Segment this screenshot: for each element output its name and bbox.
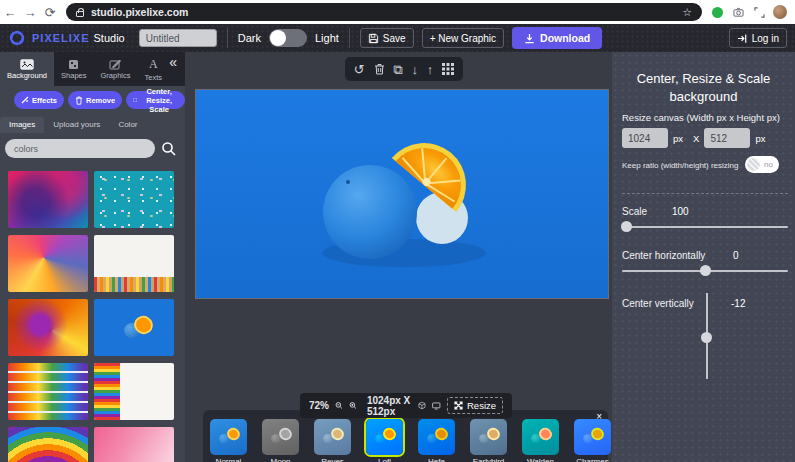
scale-label: Scale <box>622 206 647 217</box>
background-subtabs: Images Upload yours Color <box>0 117 185 133</box>
center-horizontally-thumb[interactable] <box>700 265 711 276</box>
tab-background[interactable]: Background <box>0 52 54 86</box>
scale-slider[interactable] <box>622 226 788 228</box>
panel-title: Center, Resize & Scale background <box>612 70 795 105</box>
new-graphic-button[interactable]: + New Graphic <box>422 28 504 48</box>
canvas-width-input[interactable] <box>622 128 668 148</box>
collapse-sidebar-icon[interactable]: « <box>169 52 185 86</box>
dark-mode-label: Dark <box>238 32 261 44</box>
scale-slider-thumb[interactable] <box>621 221 632 232</box>
image-thumbnail-rainbow-arcs[interactable] <box>8 427 88 462</box>
bookmark-star-icon[interactable]: ☆ <box>682 6 692 19</box>
browser-back-icon[interactable]: ← <box>0 5 20 20</box>
filter-normal[interactable]: Normal <box>210 419 247 462</box>
filter-charmes[interactable]: Charmes <box>574 419 611 462</box>
lock-icon <box>76 11 84 17</box>
move-up-icon[interactable]: ↑ <box>427 63 434 76</box>
undo-icon[interactable]: ↺ <box>354 63 365 76</box>
center-horizontally-label: Center horizontally <box>622 250 705 261</box>
image-thumbnail-colorful-abstract[interactable] <box>8 235 88 292</box>
px-label: px <box>755 133 765 144</box>
browser-profile-avatar[interactable] <box>773 5 787 19</box>
center-vertically-value: -12 <box>731 298 745 309</box>
monitor-icon[interactable] <box>432 400 441 412</box>
zoom-level: 72% <box>309 400 329 411</box>
pixelixe-studio-app: ← → ⟳ studio.pixelixe.com ☆ PIXELIXE Stu… <box>0 0 795 462</box>
left-sidebar: Background Shapes Graphics A Texts « Eff… <box>0 52 185 462</box>
center-resize-scale-panel: Center, Resize & Scale background Resize… <box>612 52 795 462</box>
delete-icon[interactable] <box>374 63 385 75</box>
design-canvas[interactable] <box>196 90 608 298</box>
center-vertically-label: Center vertically <box>622 298 694 309</box>
image-thumbnail-pencils-row[interactable] <box>94 363 174 420</box>
shapes-icon <box>68 59 79 70</box>
subtab-upload-yours[interactable]: Upload yours <box>44 117 109 133</box>
image-thumbnail-pink-watercolor[interactable] <box>94 427 174 462</box>
header-divider <box>227 28 228 48</box>
keep-ratio-value: no <box>764 160 773 169</box>
sidebar-tabs: Background Shapes Graphics A Texts « <box>0 52 185 86</box>
camera-extension-icon[interactable] <box>733 7 744 18</box>
image-search-row <box>5 139 180 158</box>
browser-refresh-icon[interactable]: ⟳ <box>40 5 60 20</box>
move-down-icon[interactable]: ↓ <box>412 63 419 76</box>
center-vertically-thumb[interactable] <box>701 332 712 343</box>
browser-forward-icon[interactable]: → <box>20 5 40 20</box>
remove-button[interactable]: Remove <box>68 91 122 109</box>
canvas-height-input[interactable] <box>704 128 750 148</box>
login-arrow-icon <box>737 33 748 44</box>
expand-arrows-icon <box>133 96 137 104</box>
resize-button[interactable]: Resize <box>447 397 503 414</box>
image-results-grid <box>8 171 177 462</box>
filter-reyes[interactable]: Reyes <box>314 419 351 462</box>
image-thumbnail-autumn-leaves[interactable] <box>8 299 88 356</box>
center-resize-scale-button[interactable]: Center, Resize, Scale <box>126 91 185 109</box>
image-thumbnail-pencil-tips[interactable] <box>94 235 174 292</box>
image-thumbnail-teal-glitter[interactable] <box>94 171 174 228</box>
keep-ratio-label: Keep ratio (width/height) resizing <box>622 161 739 170</box>
center-horizontally-slider[interactable] <box>622 270 788 272</box>
background-image-icon <box>20 59 34 70</box>
px-label: px <box>673 133 683 144</box>
login-button[interactable]: Log in <box>729 28 787 48</box>
keep-ratio-toggle[interactable]: no <box>745 156 779 173</box>
center-vertically-slider[interactable] <box>706 293 708 379</box>
subtab-images[interactable]: Images <box>0 117 44 133</box>
address-bar[interactable]: studio.pixelixe.com ☆ <box>66 3 702 21</box>
brand-suffix: Studio <box>94 32 125 44</box>
tab-shapes[interactable]: Shapes <box>54 52 93 86</box>
image-thumbnail-abstract-smoke[interactable] <box>8 171 88 228</box>
pixelixe-logo-icon <box>8 29 26 47</box>
tab-texts[interactable]: A Texts <box>137 52 169 86</box>
save-button[interactable]: Save <box>360 28 414 48</box>
effects-button[interactable]: Effects <box>14 91 64 109</box>
extension-green-icon[interactable] <box>712 7 723 18</box>
x-separator: X <box>693 133 699 144</box>
cube-3d-icon[interactable] <box>418 399 426 412</box>
canvas-size-inputs: px X px <box>622 128 770 148</box>
grid-icon[interactable] <box>442 63 454 75</box>
filter-hefe[interactable]: Hefe <box>418 419 455 462</box>
url-text: studio.pixelixe.com <box>91 6 682 18</box>
download-button[interactable]: Download <box>512 27 602 49</box>
theme-toggle[interactable] <box>269 29 307 47</box>
theme-toggle-knob <box>270 30 286 46</box>
subtab-color[interactable]: Color <box>109 117 146 133</box>
tab-graphics[interactable]: Graphics <box>93 52 137 86</box>
resize-canvas-label: Resize canvas (Width px x Height px) <box>622 112 780 123</box>
filter-walden[interactable]: Walden <box>522 419 559 462</box>
document-title-input[interactable] <box>139 29 217 47</box>
filter-earlybird[interactable]: Earlybird <box>470 419 507 462</box>
header-divider <box>349 28 350 48</box>
screenshot-extension-icon[interactable] <box>754 7 765 18</box>
zoom-in-icon[interactable] <box>349 399 357 412</box>
search-icon[interactable] <box>161 141 177 157</box>
keep-ratio-knob <box>747 158 760 171</box>
image-search-input[interactable] <box>5 139 155 158</box>
image-thumbnail-blue-orange[interactable] <box>94 299 174 356</box>
duplicate-icon[interactable]: ⧉ <box>393 63 402 76</box>
zoom-out-icon[interactable] <box>335 399 343 412</box>
filter-lofi-selected[interactable]: Lofi <box>366 419 403 462</box>
filter-moon[interactable]: Moon <box>262 419 299 462</box>
image-thumbnail-rainbow-swatches[interactable] <box>8 363 88 420</box>
